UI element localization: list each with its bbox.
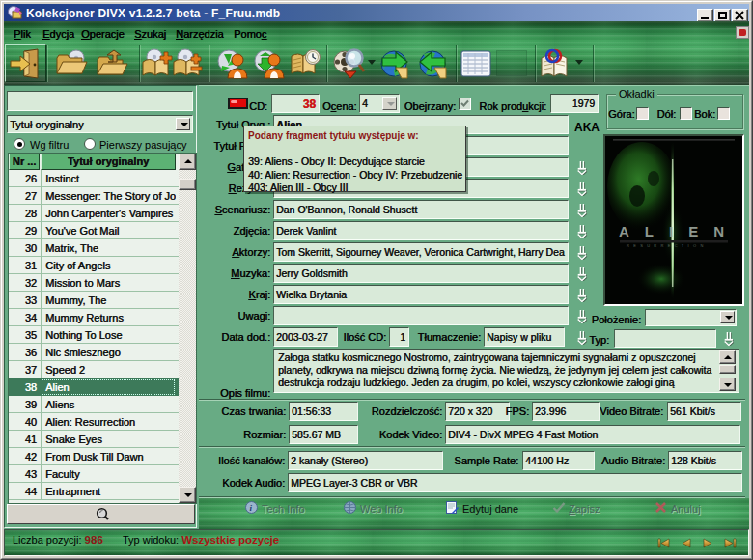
svg-text:R E S U R R E C T I O N: R E S U R R E C T I O N [627,243,705,248]
